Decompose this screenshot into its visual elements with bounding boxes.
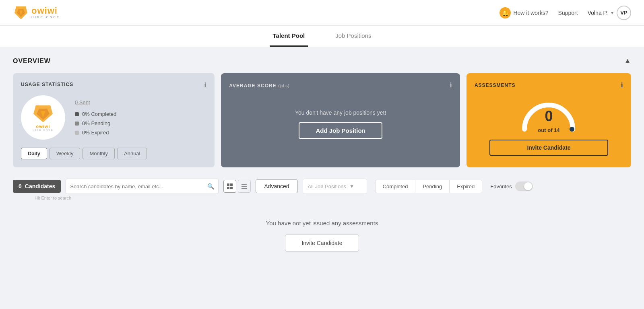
stat-pending-label: 0% Pending [82, 120, 110, 126]
candidates-badge: 0 Candidates [13, 180, 61, 193]
avg-body: You don't have any job positions yet! Ad… [229, 89, 452, 159]
candidates-toolbar-wrap: 0 Candidates 🔍 [13, 179, 631, 200]
completed-dot [75, 112, 79, 116]
search-box: 🔍 [66, 179, 219, 194]
list-icon [242, 183, 247, 189]
svg-rect-10 [230, 187, 233, 189]
svg-rect-7 [227, 183, 229, 186]
favorites-label: Favorites [490, 183, 512, 190]
logo-icon [13, 5, 29, 21]
usage-body: owiwi HIRE ONCE 0 Sent 0% Completed 0% P… [21, 95, 206, 140]
job-positions-placeholder: All Job Positions [308, 183, 346, 190]
header-right: 🔔 How it works? Support Volna P. ▾ VP [500, 6, 631, 20]
view-toggle [223, 180, 251, 193]
svg-rect-13 [242, 188, 247, 189]
circle-logo: owiwi HIRE ONCE [21, 95, 65, 140]
annual-btn[interactable]: Annual [117, 148, 147, 159]
usage-statistics-card: USAGE STATISTICS ℹ owiwi HIRE ONCE [13, 73, 215, 167]
favorites-wrap: Favorites [490, 181, 533, 191]
main-content: OVERVIEW ▲ USAGE STATISTICS ℹ owiwi [0, 47, 644, 274]
monthly-btn[interactable]: Monthly [83, 148, 115, 159]
svg-rect-11 [242, 184, 247, 185]
user-name: Volna P. [588, 10, 608, 16]
invite-candidate-btn-card[interactable]: Invite Candidate [489, 140, 608, 156]
advanced-btn[interactable]: Advanced [256, 179, 297, 193]
usage-info-icon[interactable]: ℹ [204, 81, 206, 89]
hit-enter-hint: Hit Enter to search [35, 196, 631, 200]
user-avatar: VP [617, 6, 631, 20]
search-icon: 🔍 [207, 183, 214, 190]
assessments-info-icon[interactable]: ℹ [621, 81, 623, 89]
daily-btn[interactable]: Daily [21, 148, 47, 159]
svg-rect-8 [230, 183, 233, 186]
tab-talent-pool[interactable]: Talent Pool [270, 26, 308, 47]
expired-filter-btn[interactable]: Expired [450, 180, 482, 193]
usage-stats-title: USAGE STATISTICS [21, 82, 73, 87]
gauge-outof: out of 14 [538, 127, 559, 133]
stat-completed-label: 0% Completed [82, 111, 116, 117]
logo-text: owiwi HIRE ONCE [31, 6, 60, 19]
stat-expired-label: 0% Expired [82, 130, 109, 136]
toggle-knob [524, 182, 532, 190]
assess-body: 0 out of 14 Invite Candidate [475, 89, 623, 159]
assessments-title: ASSESSMENTS [475, 82, 516, 88]
logo-name: owiwi [31, 6, 60, 16]
empty-text: You have not yet issued any assessments [13, 220, 631, 227]
stat-completed: 0% Completed [75, 111, 116, 117]
usage-stats-list: 0 Sent 0% Completed 0% Pending 0% Expire… [75, 99, 116, 136]
list-view-btn[interactable] [238, 180, 251, 193]
period-buttons: Daily Weekly Monthly Annual [21, 148, 206, 159]
sent-link[interactable]: 0 Sent [75, 99, 116, 105]
add-job-position-btn[interactable]: Add Job Position [299, 122, 382, 139]
weekly-btn[interactable]: Weekly [50, 148, 80, 159]
candidates-toolbar: 0 Candidates 🔍 [13, 179, 631, 194]
pending-filter-btn[interactable]: Pending [415, 180, 450, 193]
svg-rect-12 [242, 186, 247, 187]
gauge: 0 out of 14 [516, 97, 581, 133]
user-menu[interactable]: Volna P. ▾ VP [588, 6, 631, 20]
logo-tagline: HIRE ONCE [31, 16, 60, 19]
assessments-card: ASSESSMENTS ℹ 0 out of 14 Invite [466, 73, 631, 167]
invite-candidate-btn-main[interactable]: Invite Candidate [285, 235, 359, 251]
overview-title: OVERVIEW [13, 58, 51, 65]
svg-rect-9 [227, 187, 229, 189]
avg-info-icon[interactable]: ℹ [450, 81, 452, 89]
svg-point-6 [570, 127, 574, 132]
grid-icon [227, 183, 233, 189]
stat-pending: 0% Pending [75, 120, 116, 126]
favorites-toggle[interactable] [515, 181, 533, 191]
overview-header: OVERVIEW ▲ [13, 57, 631, 65]
job-positions-select[interactable]: All Job Positions ▼ [303, 179, 367, 194]
avg-score-subtitle: (jobs) [278, 83, 289, 88]
cards-row: USAGE STATISTICS ℹ owiwi HIRE ONCE [13, 73, 631, 167]
avg-score-title: AVERAGE SCORE [229, 83, 276, 89]
pending-dot [75, 122, 79, 126]
gauge-score: 0 [545, 109, 553, 124]
completed-filter-btn[interactable]: Completed [375, 180, 416, 193]
search-input[interactable] [70, 183, 207, 190]
app-header: owiwi HIRE ONCE 🔔 How it works? Support … [0, 0, 644, 26]
chevron-down-icon: ▼ [349, 183, 354, 189]
empty-state: You have not yet issued any assessments … [13, 200, 631, 264]
how-it-works-label: How it works? [513, 10, 548, 16]
bell-icon: 🔔 [500, 7, 511, 19]
candidates-label: Candidates [25, 183, 55, 190]
candidates-count: 0 [19, 183, 22, 190]
no-jobs-text: You don't have any job positions yet! [295, 109, 386, 116]
stat-expired: 0% Expired [75, 130, 116, 136]
circle-logo-icon [31, 104, 55, 124]
expired-dot [75, 131, 79, 135]
average-score-card: AVERAGE SCORE (jobs) ℹ You don't have an… [221, 73, 460, 167]
collapse-icon[interactable]: ▲ [624, 57, 631, 65]
how-it-works-link[interactable]: 🔔 How it works? [500, 7, 548, 19]
tab-job-positions[interactable]: Job Positions [332, 26, 374, 47]
main-nav: Talent Pool Job Positions [0, 26, 644, 47]
logo: owiwi HIRE ONCE [13, 5, 60, 21]
support-link[interactable]: Support [558, 10, 578, 16]
grid-view-btn[interactable] [223, 180, 236, 193]
filter-buttons: Completed Pending Expired [375, 180, 483, 193]
